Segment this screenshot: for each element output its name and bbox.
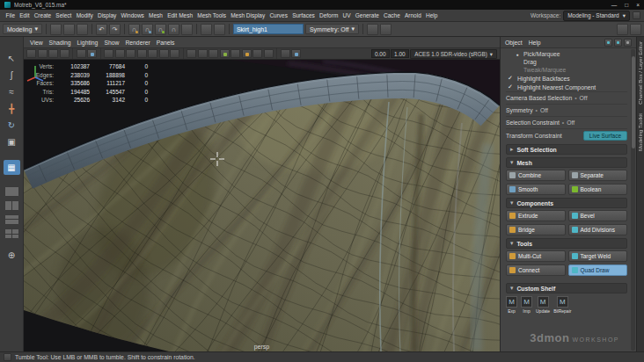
- live-surface-button[interactable]: Live Surface: [583, 131, 627, 141]
- menu-edit-mesh[interactable]: Edit Mesh: [165, 12, 195, 18]
- menu-modify[interactable]: Modify: [74, 12, 95, 18]
- workspace-lock-icon[interactable]: [633, 11, 640, 19]
- menu-help[interactable]: Help: [423, 12, 440, 18]
- panel-menu-show[interactable]: Show: [101, 40, 121, 46]
- multisampling-icon[interactable]: [264, 49, 274, 58]
- menu-generate[interactable]: Generate: [353, 12, 381, 18]
- toolkit-scrollbar[interactable]: [631, 49, 635, 351]
- image-plane-icon[interactable]: [77, 49, 86, 58]
- face-mode-icon[interactable]: [624, 39, 632, 47]
- panel-menu-shading[interactable]: Shading: [47, 40, 74, 46]
- camera-attributes-icon[interactable]: [48, 49, 58, 58]
- snap-grid-icon[interactable]: ∩: [128, 24, 140, 35]
- vertex-mode-icon[interactable]: [604, 39, 612, 47]
- resolution-gate-icon[interactable]: [126, 49, 135, 58]
- menu-mesh-display[interactable]: Mesh Display: [229, 12, 267, 18]
- edge-mode-icon[interactable]: [614, 39, 622, 47]
- highlight-selection-icon[interactable]: [367, 24, 378, 35]
- toolkit-menu-object[interactable]: Object: [505, 40, 523, 46]
- smooth-button[interactable]: Smooth: [506, 184, 566, 195]
- menu-cache[interactable]: Cache: [381, 12, 402, 18]
- quick-selection-field[interactable]: Skirt_high1: [233, 24, 304, 34]
- checkbox-highlight-nearest-component[interactable]: ✓ Highlight Nearest Component: [506, 83, 627, 91]
- maximize-button[interactable]: □: [625, 2, 628, 8]
- new-scene-icon[interactable]: [50, 24, 62, 35]
- boolean-button[interactable]: Boolean: [568, 184, 628, 195]
- gate-mask-icon[interactable]: [137, 49, 147, 58]
- separate-button[interactable]: Separate: [568, 170, 628, 181]
- grid-toggle-icon[interactable]: [4, 353, 11, 361]
- gamma-field[interactable]: 1.00: [391, 49, 409, 58]
- panel-menu-panels[interactable]: Panels: [154, 40, 178, 46]
- textured-mode-icon[interactable]: [209, 49, 218, 58]
- section-custom-shelf[interactable]: ▾ Custom Shelf: [506, 283, 627, 293]
- menu-curves[interactable]: Curves: [267, 12, 290, 18]
- make-live-icon[interactable]: [181, 24, 193, 35]
- bridge-button[interactable]: Bridge: [506, 224, 566, 235]
- symmetry-dropdown[interactable]: Symmetry: Off ▾: [305, 24, 359, 34]
- paint-select-tool-icon[interactable]: ≈: [4, 84, 20, 99]
- select-camera-icon[interactable]: [26, 49, 36, 58]
- side-tab-modeling-toolkit[interactable]: Modeling Toolkit: [638, 113, 643, 151]
- section-tools[interactable]: ▾ Tools: [506, 238, 627, 249]
- layout-pane-outliner-button[interactable]: [4, 214, 19, 225]
- bevel-button[interactable]: Bevel: [568, 210, 628, 221]
- undo-icon[interactable]: ↶: [96, 24, 107, 35]
- toolkit-menu-help[interactable]: Help: [529, 40, 541, 46]
- combine-button[interactable]: Combine: [506, 170, 566, 181]
- color-space-dropdown[interactable]: ACES 1.0 SDR-video (sRGB) ▾: [410, 49, 497, 59]
- shelf-item-update[interactable]: M Update: [536, 296, 550, 314]
- workspace-selector[interactable]: Modeling - Standard ▾: [563, 11, 630, 21]
- ambient-occlusion-icon[interactable]: [242, 49, 252, 58]
- redo-icon[interactable]: ↷: [109, 24, 121, 35]
- menu-mesh[interactable]: Mesh: [146, 12, 165, 18]
- selection-constraint-row[interactable]: Selection Constraint • Off: [506, 116, 627, 128]
- mode-drag[interactable]: Drag: [506, 58, 627, 66]
- panel-menu-lighting[interactable]: Lighting: [75, 40, 101, 46]
- shelf-item-exp[interactable]: M Exp: [506, 296, 517, 314]
- side-tab-channel-box[interactable]: Channel Box / Layer Editor: [638, 41, 643, 105]
- axis-gizmo[interactable]: [24, 60, 47, 83]
- grid-icon[interactable]: [104, 49, 113, 58]
- section-soft-selection[interactable]: ▸ Soft Selection: [506, 144, 627, 155]
- field-chart-icon[interactable]: [148, 49, 157, 58]
- camera-based-selection-row[interactable]: Camera Based Selection • Off: [506, 91, 627, 104]
- options-icon[interactable]: [630, 24, 641, 35]
- rotate-tool-icon[interactable]: ↻: [4, 118, 20, 133]
- select-tool-icon[interactable]: ↖: [4, 51, 20, 66]
- safe-title-icon[interactable]: [170, 49, 179, 58]
- mode-pick-marquee[interactable]: ● Pick/Marquee: [506, 50, 627, 58]
- section-components[interactable]: ▾ Components: [506, 198, 627, 208]
- add-divisions-button[interactable]: Add Divisions: [568, 224, 628, 235]
- menu-file[interactable]: File: [4, 12, 18, 18]
- save-scene-icon[interactable]: [77, 24, 88, 35]
- scrollbar-thumb[interactable]: [632, 56, 635, 148]
- use-all-lights-icon[interactable]: [220, 49, 230, 58]
- open-scene-icon[interactable]: [63, 24, 75, 35]
- menu-create[interactable]: Create: [32, 12, 54, 18]
- snap-point-icon[interactable]: ∩: [155, 24, 166, 35]
- snap-plane-icon[interactable]: ∩: [168, 24, 179, 35]
- xray-icon[interactable]: [380, 24, 392, 35]
- menu-deform[interactable]: Deform: [317, 12, 340, 18]
- menu-windows[interactable]: Windows: [119, 12, 147, 18]
- menu-display[interactable]: Display: [95, 12, 119, 18]
- shelf-item-imp[interactable]: M Imp: [521, 296, 532, 314]
- connect-button[interactable]: Connect: [506, 264, 566, 276]
- multi-cut-button[interactable]: Multi-Cut: [506, 250, 566, 262]
- quad-draw-button[interactable]: Quad Draw: [568, 264, 628, 276]
- shelf-item-bilrepair[interactable]: M BilRepair: [553, 296, 571, 314]
- render-icon[interactable]: [214, 24, 225, 35]
- menu-uv[interactable]: UV: [340, 12, 353, 18]
- xray-display-icon[interactable]: [291, 49, 301, 58]
- layout-four-pane-button[interactable]: [4, 228, 19, 239]
- film-gate-icon[interactable]: [115, 49, 125, 58]
- sculpt-icon[interactable]: [617, 24, 628, 35]
- shaded-mode-icon[interactable]: [198, 49, 208, 58]
- menu-surfaces[interactable]: Surfaces: [290, 12, 318, 18]
- lasso-tool-icon[interactable]: ʃ: [4, 68, 20, 83]
- checkbox-highlight-backfaces[interactable]: ✓ Highlight Backfaces: [506, 74, 627, 83]
- zoom-tool-icon[interactable]: ⊕: [4, 248, 20, 263]
- wireframe-mode-icon[interactable]: [187, 49, 196, 58]
- two-d-pan-zoom-icon[interactable]: [87, 49, 97, 58]
